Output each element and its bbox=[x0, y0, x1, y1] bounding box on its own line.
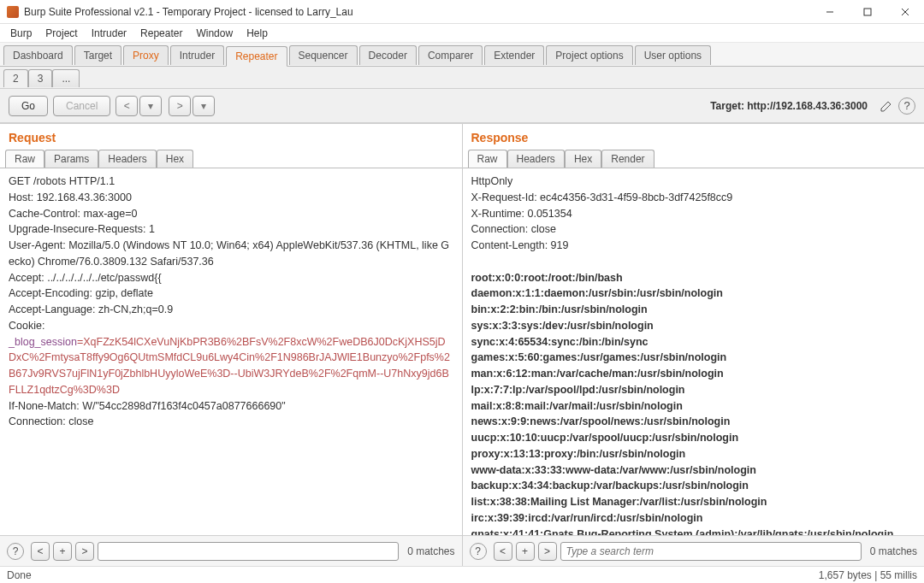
request-help-icon[interactable]: ? bbox=[7, 543, 24, 560]
request-search-input[interactable] bbox=[98, 542, 399, 561]
request-tab-params[interactable]: Params bbox=[44, 150, 98, 168]
menu-window[interactable]: Window bbox=[191, 26, 238, 41]
request-search-add[interactable]: + bbox=[53, 542, 72, 561]
request-search-next[interactable]: > bbox=[75, 542, 94, 561]
edit-target-icon[interactable] bbox=[878, 97, 895, 115]
repeater-sub-tabs: 2 3 ... bbox=[0, 67, 924, 89]
history-back-button[interactable]: < bbox=[116, 96, 138, 116]
tab-user-options[interactable]: User options bbox=[635, 45, 711, 65]
main-tab-strip: Dashboard Target Proxy Intruder Repeater… bbox=[0, 43, 924, 67]
request-tab-raw[interactable]: Raw bbox=[5, 150, 44, 168]
tab-project-options[interactable]: Project options bbox=[546, 45, 632, 65]
target-label: Target: http://192.168.43.36:3000 bbox=[710, 100, 868, 112]
history-back-menu[interactable]: ▾ bbox=[139, 96, 162, 116]
repeater-toolbar: Go Cancel < ▾ > ▾ Target: http://192.168… bbox=[0, 89, 924, 123]
status-right: 1,657 bytes | 55 millis bbox=[819, 569, 917, 581]
history-forward-menu[interactable]: ▾ bbox=[192, 96, 215, 116]
request-tab-hex[interactable]: Hex bbox=[157, 150, 193, 168]
menu-intruder[interactable]: Intruder bbox=[86, 26, 132, 41]
content-split: Request Raw Params Headers Hex GET /robo… bbox=[0, 123, 924, 566]
app-icon bbox=[7, 6, 19, 18]
response-tab-render[interactable]: Render bbox=[601, 150, 654, 168]
menu-help[interactable]: Help bbox=[241, 26, 273, 41]
request-search-prev[interactable]: < bbox=[31, 542, 50, 561]
response-tab-hex[interactable]: Hex bbox=[565, 150, 601, 168]
tab-intruder[interactable]: Intruder bbox=[170, 45, 224, 65]
maximize-button[interactable] bbox=[856, 3, 880, 21]
response-title: Response bbox=[471, 131, 916, 144]
tab-sequencer[interactable]: Sequencer bbox=[289, 45, 358, 65]
menu-repeater[interactable]: Repeater bbox=[135, 26, 187, 41]
request-body[interactable]: GET /robots HTTP/1.1Host: 192.168.43.36:… bbox=[0, 168, 462, 535]
window-titlebar: Burp Suite Professional v2.1 - Temporary… bbox=[0, 0, 924, 24]
tab-proxy[interactable]: Proxy bbox=[123, 45, 169, 65]
status-left: Done bbox=[7, 569, 32, 581]
tab-dashboard[interactable]: Dashboard bbox=[3, 45, 73, 65]
response-match-count: 0 matches bbox=[870, 545, 917, 557]
response-search-next[interactable]: > bbox=[538, 542, 557, 561]
sub-tab-2[interactable]: 2 bbox=[3, 69, 28, 87]
request-tab-headers[interactable]: Headers bbox=[98, 150, 156, 168]
minimize-button[interactable] bbox=[818, 3, 842, 21]
request-pane: Request Raw Params Headers Hex GET /robo… bbox=[0, 124, 463, 566]
svg-rect-1 bbox=[864, 9, 871, 15]
response-help-icon[interactable]: ? bbox=[470, 543, 487, 560]
response-tab-headers[interactable]: Headers bbox=[507, 150, 565, 168]
menu-burp[interactable]: Burp bbox=[5, 26, 37, 41]
tab-comparer[interactable]: Comparer bbox=[418, 45, 483, 65]
request-footer: ? < + > 0 matches bbox=[0, 535, 462, 566]
response-footer: ? < + > 0 matches bbox=[463, 535, 925, 566]
response-tabs: Raw Headers Hex Render bbox=[463, 150, 925, 168]
help-icon[interactable]: ? bbox=[898, 97, 915, 115]
response-search-input[interactable] bbox=[560, 542, 862, 561]
sub-tab-new[interactable]: ... bbox=[52, 69, 80, 87]
go-button[interactable]: Go bbox=[9, 96, 48, 116]
menu-project[interactable]: Project bbox=[40, 26, 82, 41]
response-tab-raw[interactable]: Raw bbox=[468, 150, 507, 168]
history-forward-button[interactable]: > bbox=[169, 96, 191, 116]
close-button[interactable] bbox=[893, 3, 917, 21]
tab-decoder[interactable]: Decoder bbox=[359, 45, 417, 65]
request-title: Request bbox=[9, 131, 453, 144]
response-body[interactable]: HttpOnlyX-Request-Id: ec4c4356-3d31-4f59… bbox=[463, 168, 925, 535]
tab-extender[interactable]: Extender bbox=[484, 45, 544, 65]
menubar: Burp Project Intruder Repeater Window He… bbox=[0, 24, 924, 43]
response-search-add[interactable]: + bbox=[516, 542, 535, 561]
response-search-prev[interactable]: < bbox=[494, 542, 512, 561]
tab-target[interactable]: Target bbox=[74, 45, 121, 65]
statusbar: Done 1,657 bytes | 55 millis bbox=[0, 566, 924, 583]
tab-repeater[interactable]: Repeater bbox=[226, 46, 287, 67]
request-tabs: Raw Params Headers Hex bbox=[0, 150, 462, 168]
window-title: Burp Suite Professional v2.1 - Temporary… bbox=[24, 6, 818, 18]
request-match-count: 0 matches bbox=[407, 545, 454, 557]
response-pane: Response Raw Headers Hex Render HttpOnly… bbox=[463, 124, 925, 566]
cancel-button[interactable]: Cancel bbox=[53, 96, 110, 116]
sub-tab-3[interactable]: 3 bbox=[28, 69, 53, 87]
